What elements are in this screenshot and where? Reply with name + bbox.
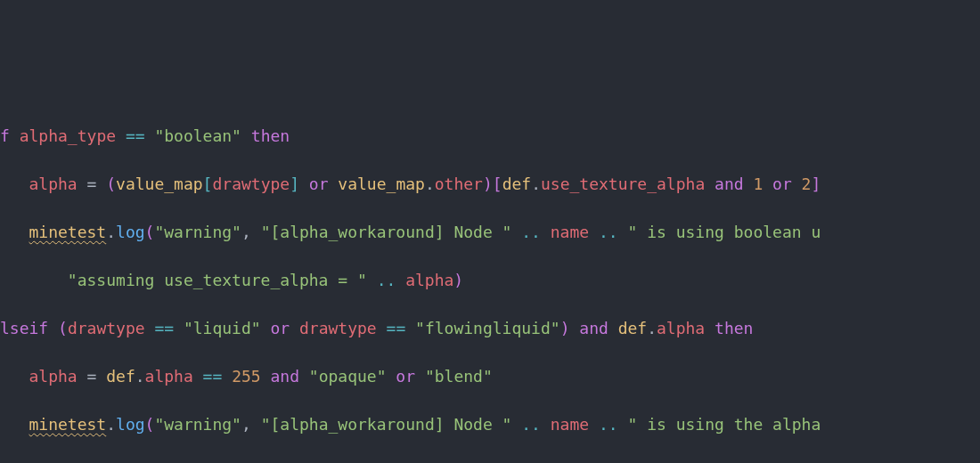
code-line: minetest.log("warning", "[alpha_workarou…: [0, 220, 980, 244]
code-line: alpha = def.alpha == 255 and "opaque" or…: [0, 364, 980, 388]
code-line: "assuming use_texture_alpha = " .. alpha…: [0, 268, 980, 292]
code-line: alpha = (value_map[drawtype] or value_ma…: [0, 172, 980, 196]
diagnostic-underline: minetest: [29, 223, 107, 241]
diagnostic-underline: minetest: [29, 415, 107, 434]
code-editor[interactable]: f alpha_type == "boolean" then alpha = (…: [0, 100, 980, 463]
code-line: f alpha_type == "boolean" then: [0, 124, 980, 148]
code-line: lseif (drawtype == "liquid" or drawtype …: [0, 316, 980, 340]
code-line: minetest.log("warning", "[alpha_workarou…: [0, 412, 980, 436]
